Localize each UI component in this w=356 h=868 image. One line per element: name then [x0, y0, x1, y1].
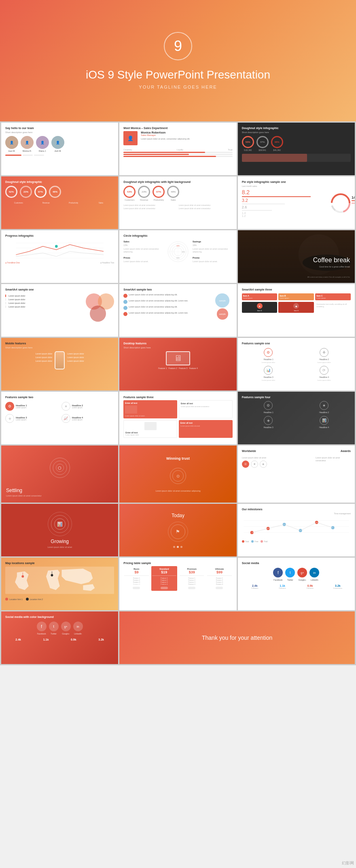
progress-line-chart [5, 240, 114, 260]
progress-bar-3 [123, 156, 232, 157]
slide-team-title: Say hello to our team [5, 127, 114, 129]
coffee-footnote: All content and ideas created. See all e… [307, 276, 350, 278]
slide-milestones-title: Our milestones [242, 508, 351, 511]
feat2-text-1: Headline 1 Lorem ipsum [16, 404, 27, 409]
map-loc-2: Location hint 2 [26, 598, 43, 601]
social-bg-facebook-icon: f [37, 622, 47, 631]
smartart2-text-3: Lorem ipsum dolor sit amet consectetur a… [129, 306, 177, 308]
map-pin-1 [5, 598, 8, 601]
circle-left-col: Sales 13% Lorem ipsum dolor sit amet con… [123, 240, 163, 263]
donut-label-1: 5.02.342 [242, 149, 254, 151]
label-s: Sales [87, 202, 114, 204]
social-facebook: f Facebook [273, 568, 283, 581]
feat1-desc-4: Lorem ipsum dolor [297, 379, 351, 381]
pie-val-4: 1.4 [242, 212, 328, 214]
feat3-title-4: Enter all text [180, 422, 231, 424]
pricing-basic-divider [124, 575, 148, 576]
pie-val-3: 2.6 [242, 205, 328, 209]
svg-point-8 [55, 245, 58, 248]
slide-sales: Meet Monica – Sales Department 👤 Monica … [119, 123, 236, 175]
hero-title: iOS 9 Style PowerPoint Presentation [86, 68, 270, 81]
legend-label-2: ● Headline Two [100, 261, 114, 264]
pie-val-5: 1.2 [242, 214, 328, 217]
circle-promo-desc: Lorem ipsum dolor sit amet. [193, 260, 233, 263]
social-bg-stat-val-2: 1.1k [33, 638, 59, 641]
pricing-ultimate-btn[interactable] [216, 587, 223, 589]
slide-circle-infographic: Circle infographic Sales 13% Lorem ipsum… [119, 230, 236, 283]
label-r: Revenue [33, 202, 59, 204]
feat2-label-3: Headline 3 [16, 416, 27, 419]
slide-smartart-3: SmartArt sample three Item A Lorem ipsum… [238, 284, 355, 337]
smartart2-bubble-1: sample [215, 293, 229, 308]
slide-mobile-subtitle: Short description goes here [5, 346, 114, 349]
social-bg-li: in LinkedIn [73, 622, 83, 635]
pricing-standard-price: $19 [152, 570, 176, 574]
pricing-basic-btn[interactable] [133, 587, 140, 589]
desktop-screen-icon: 🖥 [174, 354, 182, 363]
pricing-premium-divider [180, 575, 204, 576]
progress-svg [5, 240, 114, 260]
awards-title: Awards [341, 450, 351, 452]
stat-fb: 2.4k Followers [242, 584, 268, 589]
feat4-label-2: Headline 2 [297, 411, 351, 414]
social-bg-icons: f Facebook t Twitter g+ Google+ in Linke… [5, 622, 114, 635]
pricing-ultimate-f4: Feature 4 [207, 583, 231, 585]
smartart2-item-3: Lorem ipsum dolor sit amet consectetur a… [123, 306, 210, 310]
slide-team: Say hello to our team Short description … [1, 123, 118, 175]
donut-o-3: 97% [34, 186, 47, 199]
coffee-sub: Good time for a great coffee break [319, 265, 350, 268]
desktop-feat-2: Feature 2 [169, 367, 177, 369]
feat2-desc-1: Lorem ipsum [16, 407, 27, 409]
social-bg-stat-val-3: 0.9k [61, 638, 87, 641]
social-twitter: t Twitter [285, 568, 295, 581]
pricing-basic-f4: Feature 4 [124, 583, 148, 585]
pricing-premium-btn[interactable] [188, 587, 195, 589]
donut-circle-1: 53% [242, 136, 254, 148]
feat1-item-2: ❖ Headline 2 Lorem ipsum dolor [297, 348, 351, 363]
worldwide-icon-2: ★ [251, 461, 258, 468]
slide-winning: Winning trust ⊙ Lorem ipsum dolor sit am… [119, 446, 236, 503]
legend-blue: Free [251, 540, 258, 543]
donut-o-2: 23% [20, 186, 32, 199]
mobile-feat-6: Lorem ipsum dolor [67, 360, 114, 362]
team-photo-4: 👤 [51, 136, 64, 149]
svg-text:50%: 50% [176, 257, 180, 259]
slide-smartart-3-title: SmartArt sample three [242, 288, 351, 291]
smartart2-text-2: Lorem ipsum dolor sit amet consectetur a… [129, 299, 188, 302]
social-bg-tw-label: Twitter [49, 632, 59, 635]
donut-l-label-3: Productivity [153, 199, 165, 201]
social-icons-row: f Facebook t Twitter g+ Google+ in Linke… [242, 568, 351, 581]
worldwide-left: Lorem ipsum dolor sit amet ⊙ ★ ◈ [242, 456, 312, 468]
team-photos: 👤 Juan M. 👤 Monica R. 👤 Diana J. 👤 Josh … [5, 136, 114, 152]
donut-o-circle-2: 23% [20, 186, 32, 198]
smartart2-items: Lorem ipsum dolor sit amet consectetur a… [123, 293, 210, 320]
smartart1-venn [86, 293, 114, 322]
social-bg-twitter-icon: t [49, 622, 59, 631]
pie-bar-1 [242, 196, 311, 197]
social-bg-stat-val-4: 3.2k [88, 638, 114, 641]
slide-sales-title: Meet Monica – Sales Department [123, 127, 232, 129]
pricing-premium-f4: Feature 4 [180, 583, 204, 585]
social-bg-li-label: LinkedIn [73, 632, 83, 635]
slide-mobile-title: Mobile features [5, 342, 114, 345]
pricing-ultimate: Ultimate $99 Feature 1 Feature 2 Feature… [206, 566, 232, 591]
donut-l-4: 48% Sales [167, 186, 179, 201]
circle-prices-label: Prices [123, 257, 163, 259]
mobile-content: Lorem ipsum dolor Lorem ipsum dolor Lore… [5, 351, 114, 369]
winning-desc: Lorem ipsum dolor sit amet consectetur a… [155, 490, 200, 492]
feat1-desc-2: Lorem ipsum dolor [297, 361, 351, 363]
today-title: Today [172, 513, 184, 518]
worldwide-desc: Lorem ipsum dolor sit amet [242, 456, 312, 459]
donut-o-circle-1: 52% [5, 186, 17, 198]
smartart2-item-1: Lorem ipsum dolor sit amet consectetur a… [123, 293, 210, 298]
slide-smartart-1-title: SmartArt sample one [5, 288, 114, 291]
twitter-label: Twitter [285, 579, 295, 581]
pricing-standard-btn[interactable] [161, 587, 168, 589]
smartart3-box-4: ★ Item D [242, 302, 278, 313]
mobile-feat-3: Lorem ipsum dolor [5, 360, 52, 362]
pie-bar-2 [242, 204, 285, 204]
feat4-label-4: Headline 4 [297, 426, 351, 429]
smartart2-bubbles: sample sample [212, 293, 233, 320]
donut-l-desc-1: Lorem ipsum dolor sit amet consectetur [123, 204, 177, 206]
feat4-icon-1: ⚙ [264, 401, 273, 410]
